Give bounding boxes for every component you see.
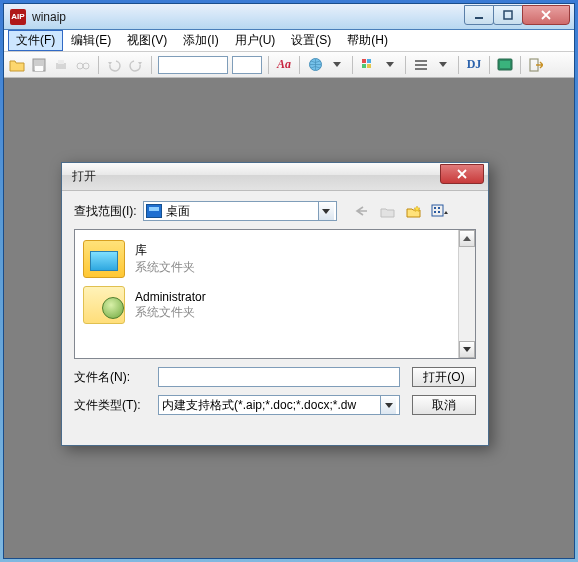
item-subtitle: 系统文件夹 (135, 304, 206, 321)
look-in-label: 查找范围(I): (74, 203, 137, 220)
library-folder-icon (83, 240, 125, 278)
menu-settings[interactable]: 设置(S) (283, 30, 339, 51)
list-item[interactable]: Administrator 系统文件夹 (83, 282, 467, 328)
filetype-combo[interactable]: 内建支持格式(*.aip;*.doc;*.docx;*.dw (158, 395, 400, 415)
item-name: Administrator (135, 290, 206, 304)
filename-row: 文件名(N): 打开(O) (74, 367, 476, 387)
main-window: AIP winaip 文件(F) 编辑(E) 视图(V) 添加(I) 用户(U)… (3, 3, 575, 559)
svg-rect-0 (475, 17, 483, 19)
chevron-down-icon[interactable] (318, 202, 334, 220)
svg-rect-19 (434, 211, 436, 213)
svg-point-6 (77, 63, 83, 69)
view-menu-icon[interactable] (431, 202, 449, 220)
svg-rect-17 (434, 207, 436, 209)
svg-rect-9 (362, 59, 366, 63)
svg-rect-3 (35, 66, 43, 71)
separator (458, 56, 459, 74)
filetype-label: 文件类型(T): (74, 397, 152, 414)
font-family-combo[interactable] (158, 56, 228, 74)
cancel-button[interactable]: 取消 (412, 395, 476, 415)
window-controls (465, 5, 574, 25)
font-size-combo[interactable] (232, 56, 262, 74)
open-dialog: 打开 查找范围(I): 桌面 (61, 162, 489, 446)
svg-rect-14 (500, 61, 510, 68)
list-item[interactable]: 库 系统文件夹 (83, 236, 467, 282)
back-icon[interactable] (353, 202, 371, 220)
svg-rect-16 (432, 205, 443, 216)
color-grid-icon[interactable] (359, 56, 377, 74)
new-folder-icon[interactable] (405, 202, 423, 220)
separator (151, 56, 152, 74)
separator (520, 56, 521, 74)
dropdown-icon[interactable] (381, 56, 399, 74)
separator (98, 56, 99, 74)
menu-view[interactable]: 视图(V) (119, 30, 175, 51)
filetype-row: 文件类型(T): 内建支持格式(*.aip;*.doc;*.docx;*.dw … (74, 395, 476, 415)
screen-icon[interactable] (496, 56, 514, 74)
svg-rect-10 (367, 59, 371, 63)
item-name: 库 (135, 242, 195, 259)
svg-rect-1 (504, 11, 512, 19)
open-button[interactable]: 打开(O) (412, 367, 476, 387)
menu-add[interactable]: 添加(I) (175, 30, 226, 51)
look-in-row: 查找范围(I): 桌面 (74, 201, 476, 221)
svg-rect-18 (438, 207, 440, 209)
separator (405, 56, 406, 74)
redo-icon[interactable] (127, 56, 145, 74)
globe-icon[interactable] (306, 56, 324, 74)
undo-icon[interactable] (105, 56, 123, 74)
menu-user[interactable]: 用户(U) (227, 30, 284, 51)
menu-edit[interactable]: 编辑(E) (63, 30, 119, 51)
separator (489, 56, 490, 74)
svg-rect-5 (58, 60, 64, 64)
menubar: 文件(F) 编辑(E) 视图(V) 添加(I) 用户(U) 设置(S) 帮助(H… (4, 30, 574, 52)
filetype-value: 内建支持格式(*.aip;*.doc;*.docx;*.dw (162, 397, 356, 414)
scrollbar[interactable] (458, 230, 475, 358)
user-folder-icon (83, 286, 125, 324)
separator (299, 56, 300, 74)
close-button[interactable] (522, 5, 570, 25)
look-in-value: 桌面 (166, 203, 190, 220)
maximize-button[interactable] (493, 5, 523, 25)
svg-rect-12 (367, 64, 371, 68)
scroll-down-icon[interactable] (459, 341, 475, 358)
dropdown-icon[interactable] (434, 56, 452, 74)
svg-point-7 (83, 63, 89, 69)
print-icon[interactable] (52, 56, 70, 74)
toolbar: Aa DJ (4, 52, 574, 78)
filename-input[interactable] (162, 370, 396, 384)
filename-field[interactable] (158, 367, 400, 387)
separator (352, 56, 353, 74)
dialog-title: 打开 (72, 168, 96, 185)
dj-button[interactable]: DJ (465, 56, 483, 74)
filename-label: 文件名(N): (74, 369, 152, 386)
menu-file[interactable]: 文件(F) (8, 30, 63, 51)
chevron-down-icon[interactable] (380, 396, 396, 414)
nav-icons (353, 202, 449, 220)
open-icon[interactable] (8, 56, 26, 74)
separator (268, 56, 269, 74)
svg-rect-11 (362, 64, 366, 68)
dropdown-icon[interactable] (328, 56, 346, 74)
dialog-titlebar: 打开 (62, 163, 488, 191)
desktop-icon (146, 204, 162, 218)
svg-rect-20 (438, 211, 440, 213)
save-icon[interactable] (30, 56, 48, 74)
file-list[interactable]: 库 系统文件夹 Administrator 系统文件夹 (74, 229, 476, 359)
scroll-up-icon[interactable] (459, 230, 475, 247)
align-icon[interactable] (412, 56, 430, 74)
look-in-combo[interactable]: 桌面 (143, 201, 337, 221)
exit-icon[interactable] (527, 56, 545, 74)
menu-help[interactable]: 帮助(H) (339, 30, 396, 51)
up-folder-icon[interactable] (379, 202, 397, 220)
binoculars-icon[interactable] (74, 56, 92, 74)
dialog-close-button[interactable] (440, 164, 484, 184)
app-icon: AIP (10, 9, 26, 25)
dialog-body: 查找范围(I): 桌面 库 系统文件 (62, 191, 488, 423)
window-title: winaip (32, 10, 66, 24)
titlebar: AIP winaip (4, 4, 574, 30)
item-subtitle: 系统文件夹 (135, 259, 195, 276)
font-style-icon[interactable]: Aa (275, 56, 293, 74)
minimize-button[interactable] (464, 5, 494, 25)
